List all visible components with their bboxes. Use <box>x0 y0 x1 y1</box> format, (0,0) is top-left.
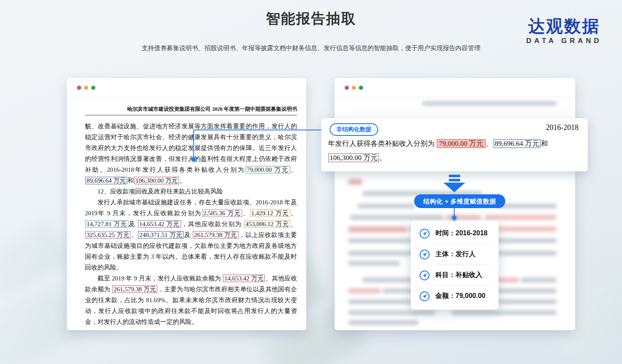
text-run: 、 <box>291 166 297 173</box>
blurred-highlight <box>348 288 381 293</box>
unstructured-data-card: 非结构化数据 2016-2018 年发行人获得各类补贴收入分别为 79,000.… <box>321 118 588 171</box>
blurred-text-line <box>452 310 556 315</box>
annotated-value: 261,579.38 万元 <box>193 231 238 239</box>
document-paragraph: 貌、改善基础设施、促进地方经济发展等方面发挥着重要的作用，发行人的稳定运营对于哈… <box>85 121 297 186</box>
document-header: 哈尔滨市城市建设投资集团有限公司 2020 年度第一期中期票据募集说明书 <box>85 106 297 113</box>
down-arrow-icon <box>443 183 465 192</box>
text-run: 、 <box>291 221 297 227</box>
connector-anchor-dot <box>190 155 197 163</box>
annotated-value: 325,635.25 万元 <box>85 231 131 239</box>
document-paragraph: 截至 2019 年 9 月末，发行人应收账款余额为 14,653.42 万元、其… <box>85 273 297 327</box>
annotated-value: 240,371.51 万元 <box>138 231 184 239</box>
text-run: 。 <box>379 154 387 162</box>
annotated-value: 106,300.00 万元 <box>134 177 179 184</box>
window-dot-red-icon <box>77 86 81 90</box>
field-value: 79,000.00 <box>456 292 485 299</box>
document-header-rule <box>85 115 297 115</box>
send-icon <box>419 249 430 260</box>
text-run: 和 <box>128 177 134 184</box>
text-run: 及 <box>184 232 192 238</box>
blurred-text-line <box>350 215 443 220</box>
structured-data-button[interactable]: 结构化 + 多维度赋值数据 <box>414 194 505 208</box>
blurred-text-line <box>348 261 399 266</box>
result-field: 主体：发行人 <box>435 250 476 259</box>
window-titlebar <box>335 78 575 97</box>
result-row-time: 时间：2016-2018 <box>411 223 499 244</box>
document-window-left: 哈尔滨市城市建设投资集团有限公司 2020 年度第一期中期票据募集说明书 貌、改… <box>67 78 306 330</box>
annotated-value: 79,000.00 万元 <box>246 166 290 173</box>
blurred-text-line <box>348 310 435 315</box>
annotated-value: 106,300.00 万元 <box>328 153 379 162</box>
blurred-highlight <box>348 179 362 185</box>
extracted-sentence: 年发行人获得各类补贴收入分别为 79,000.00 万元、89,696.64 万… <box>328 137 581 165</box>
down-arrow-icon <box>449 175 460 177</box>
down-arrow-icon <box>449 179 460 181</box>
blurred-rule <box>353 109 569 110</box>
text-run: 。 <box>179 177 186 184</box>
annotated-value: 261,579.38 万元 <box>112 285 157 293</box>
text-run: 、 <box>291 210 297 216</box>
window-titlebar <box>67 78 306 97</box>
brand-logo-cn: 达观数据 <box>526 17 602 35</box>
connector-line-vertical <box>193 130 194 158</box>
text-run: 12、应收款项回收及政府往来款占比较高风险 <box>97 188 223 195</box>
send-icon <box>419 270 430 281</box>
annotated-value: 89,696.64 万元 <box>494 139 540 148</box>
blurred-highlight <box>348 227 407 232</box>
send-icon <box>419 291 430 302</box>
brand-logo: 达观数据 DATA GRAND <box>526 17 602 45</box>
page-subtitle: 支持债券募集说明书、招股说明书、年报等披露文档中财务信息、发行信息等信息的智能抽… <box>0 44 622 52</box>
field-label: 金额： <box>435 292 456 299</box>
blurred-highlight <box>485 215 556 220</box>
blurred-text-line <box>358 204 415 209</box>
result-row-subject: 主体：发行人 <box>411 244 499 265</box>
page: 智能报告抽取 支持债券募集说明书、招股说明书、年报等披露文档中财务信息、发行信息… <box>0 0 622 364</box>
brand-logo-en: DATA GRAND <box>526 37 602 45</box>
result-field: 时间：2016-2018 <box>435 229 488 238</box>
window-dot-green-icon <box>359 86 363 90</box>
window-dot-yellow-icon <box>352 86 356 90</box>
send-icon <box>419 228 430 239</box>
result-field: 金额：79,000.00 <box>435 292 485 300</box>
document-body: 哈尔滨市城市建设投资集团有限公司 2020 年度第一期中期票据募集说明书 貌、改… <box>67 97 306 327</box>
field-value: 发行人 <box>456 250 476 257</box>
text-run: 及 <box>129 221 138 227</box>
text-run: 、 <box>486 140 493 148</box>
text-run: ，其他应收款分别为 <box>182 221 244 227</box>
annotated-value: 79,000.00 万元 <box>437 139 485 148</box>
document-paragraph: 发行人承担城市基础设施建设任务，存在大量应收款项。2016-2018 年及 20… <box>85 197 297 273</box>
window-dot-red-icon <box>345 86 349 90</box>
text-run: 年发行人获得各类补贴收入分别为 <box>328 140 436 148</box>
annotated-value: 14,653.42 万元 <box>223 275 265 282</box>
background-shape <box>0 217 74 301</box>
annotated-value: 14,727.81 万元 <box>85 220 128 228</box>
blurred-text-line <box>497 204 556 209</box>
field-value: 补贴收入 <box>456 271 482 278</box>
text-run: 、 <box>243 210 249 216</box>
blurred-text-line <box>348 320 418 325</box>
text-run: 和 <box>541 140 548 148</box>
text-run: 截至 2019 年 9 月末，发行人应收账款余额为 <box>97 275 223 282</box>
structured-result-card: 时间：2016-2018 主体：发行人 科目：补贴收入 金额：79,000.00 <box>411 221 499 310</box>
window-dot-yellow-icon <box>84 86 88 90</box>
blurred-text-line <box>422 101 556 106</box>
connector-anchor-dot <box>451 214 458 221</box>
result-row-amount: 金额：79,000.00 <box>411 286 499 306</box>
document-section-heading: 12、应收款项回收及政府往来款占比较高风险 <box>85 186 297 197</box>
field-value: 2016-2018 <box>456 229 488 237</box>
field-label: 科目： <box>435 271 456 278</box>
annotated-value: 2,585.36 万元 <box>202 209 242 217</box>
annotated-value: 1,429.12 万元 <box>250 209 290 217</box>
window-dot-green-icon <box>91 86 95 90</box>
text-run: 貌、改善基础设施、促进地方经济发展等方面发挥着重要的作用，发行人的稳定运营对于哈… <box>85 123 297 173</box>
result-row-account: 科目：补贴收入 <box>411 265 499 285</box>
field-label: 主体： <box>435 250 456 257</box>
text-run: 、 <box>131 232 138 238</box>
unstructured-data-badge[interactable]: 非结构化数据 <box>330 123 378 136</box>
connector-line-horizontal <box>193 130 330 130</box>
blurred-text-line <box>521 277 556 283</box>
field-label: 时间： <box>435 229 456 237</box>
result-field: 科目：补贴收入 <box>435 271 482 280</box>
annotated-value: 89,696.64 万元 <box>85 177 127 184</box>
annotated-value: 14,653.42 万元 <box>138 220 181 228</box>
